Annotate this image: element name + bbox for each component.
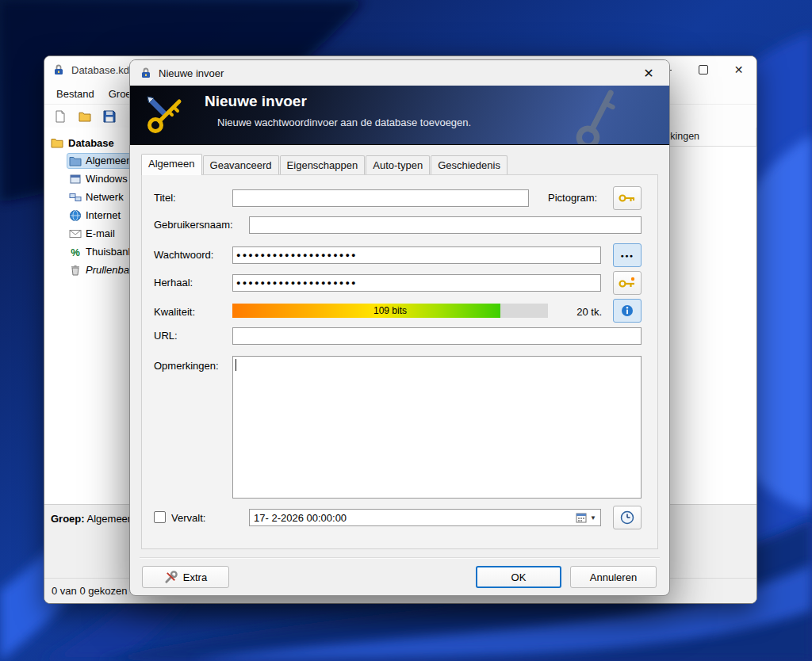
info-icon xyxy=(621,304,634,317)
cancel-button[interactable]: Annuleren xyxy=(570,566,657,588)
windows-icon xyxy=(69,173,82,185)
item-box: Internet xyxy=(67,208,125,224)
clock-icon xyxy=(620,510,634,525)
group-label: Internet xyxy=(86,209,121,221)
new-file-icon xyxy=(54,110,67,123)
group-label: Prullenbak xyxy=(86,264,134,276)
maximize-icon xyxy=(699,65,708,75)
tab-eigenschappen[interactable]: Eigenschappen xyxy=(280,155,366,174)
vervalt-date-field[interactable]: 17- 2-2026 00:00:00 ▼ xyxy=(249,509,601,526)
svg-text:%: % xyxy=(71,246,80,258)
envelope-icon xyxy=(69,227,82,240)
generate-password-button[interactable] xyxy=(613,271,642,295)
ok-button[interactable]: OK xyxy=(476,566,561,588)
wachtwoord-input[interactable] xyxy=(232,246,601,264)
banner-title: Nieuwe invoer xyxy=(205,93,307,110)
open-folder-icon xyxy=(79,110,91,123)
vervalt-checkbox[interactable] xyxy=(154,511,166,523)
app-lock-icon xyxy=(52,63,65,76)
button-separator xyxy=(140,557,660,559)
item-box: Netwerk xyxy=(67,189,128,205)
url-input[interactable] xyxy=(232,327,642,345)
percent-icon: % xyxy=(69,246,82,258)
banner-subtitle: Nieuwe wachtwoordinvoer aan de database … xyxy=(217,117,471,128)
preview-group-label: Groep: xyxy=(51,513,85,525)
expiry-presets-button[interactable] xyxy=(613,506,642,529)
tab-algemeen[interactable]: Algemeen xyxy=(141,154,202,175)
wachtwoord-label: Wachtwoord: xyxy=(154,249,213,261)
new-entry-dialog: Nieuwe invoer ✕ Nieuwe invoer Nieuwe wac… xyxy=(129,59,670,596)
kwaliteit-label: Kwaliteit: xyxy=(154,306,195,318)
quality-bits: 109 bits xyxy=(232,304,548,318)
quality-char-count: 20 tk. xyxy=(554,306,602,318)
quality-meter: 109 bits xyxy=(232,304,548,318)
ok-button-label: OK xyxy=(511,571,527,583)
algemeen-folder-icon xyxy=(69,155,82,167)
key-pen-icon xyxy=(143,94,186,136)
network-icon xyxy=(69,191,82,204)
save-icon xyxy=(103,110,116,123)
menu-bestand[interactable]: Bestand xyxy=(49,85,102,103)
group-label: Algemeen xyxy=(86,155,132,166)
group-label: E-mail xyxy=(86,227,115,239)
group-label: Thuisbank xyxy=(86,246,133,258)
key-icon xyxy=(619,193,636,204)
dialog-title: Nieuwe invoer xyxy=(159,67,224,79)
key-watermark-icon xyxy=(537,86,654,145)
status-text: 0 van 0 gekozen xyxy=(52,585,127,597)
three-dots-icon: ●●● xyxy=(620,253,634,258)
url-label: URL: xyxy=(154,330,178,342)
item-box: E-mail xyxy=(67,226,120,242)
item-box: Prullenbak xyxy=(67,262,139,278)
item-box: % Thuisbank xyxy=(67,244,138,260)
titel-input[interactable] xyxy=(232,189,529,207)
herhaal-label: Herhaal: xyxy=(154,277,193,288)
chevron-down-icon[interactable]: ▼ xyxy=(590,514,596,522)
dialog-lock-icon xyxy=(140,67,152,79)
cancel-button-label: Annuleren xyxy=(590,571,637,583)
close-icon: ✕ xyxy=(734,63,744,76)
pictogram-button[interactable] xyxy=(613,186,642,210)
reveal-password-button[interactable]: ●●● xyxy=(613,243,642,267)
database-folder-icon xyxy=(51,136,63,149)
calendar-icon xyxy=(576,512,587,523)
extra-button[interactable]: Extra xyxy=(142,566,229,588)
open-database-button[interactable] xyxy=(75,107,94,126)
opmerkingen-label: Opmerkingen: xyxy=(154,360,219,372)
recycle-bin-icon xyxy=(69,264,82,277)
key-generator-icon xyxy=(619,277,636,289)
selection-box: Algemeen xyxy=(67,153,137,169)
opmerkingen-textarea[interactable] xyxy=(232,356,642,499)
tab-auto-typen[interactable]: Auto-typen xyxy=(366,155,430,174)
vervalt-date-value: 17- 2-2026 00:00:00 xyxy=(254,512,576,524)
quality-info-button[interactable] xyxy=(613,299,642,323)
tab-geavanceerd[interactable]: Geavanceerd xyxy=(203,155,279,174)
preview-group-value: Algemeen xyxy=(87,513,134,525)
group-label: Netwerk xyxy=(86,191,124,203)
vervalt-label: Vervalt: xyxy=(171,512,205,524)
gebruikersnaam-input[interactable] xyxy=(249,216,642,234)
herhaal-input[interactable] xyxy=(232,274,601,292)
maximize-button[interactable] xyxy=(685,56,721,83)
dialog-titlebar[interactable]: Nieuwe invoer ✕ xyxy=(130,60,669,86)
group-label: Windows xyxy=(86,173,128,185)
dialog-banner: Nieuwe invoer Nieuwe wachtwoordinvoer aa… xyxy=(130,86,669,145)
save-database-button[interactable] xyxy=(100,107,119,126)
tree-root-label: Database xyxy=(68,137,114,149)
dialog-close-button[interactable]: ✕ xyxy=(638,63,660,82)
close-icon: ✕ xyxy=(643,66,653,81)
gebruikersnaam-label: Gebruikersnaam: xyxy=(154,219,233,231)
pictogram-label: Pictogram: xyxy=(548,192,597,204)
close-button[interactable]: ✕ xyxy=(721,56,756,83)
tools-icon xyxy=(164,571,178,584)
titel-label: Titel: xyxy=(154,192,176,204)
dialog-tab-strip: Algemeen Geavanceerd Eigenschappen Auto-… xyxy=(141,155,658,174)
item-box: Windows xyxy=(67,171,132,187)
tab-geschiedenis[interactable]: Geschiedenis xyxy=(431,155,508,174)
new-database-button[interactable] xyxy=(51,107,70,126)
text-caret xyxy=(236,359,236,371)
extra-button-label: Extra xyxy=(183,571,207,583)
globe-icon xyxy=(69,209,82,222)
